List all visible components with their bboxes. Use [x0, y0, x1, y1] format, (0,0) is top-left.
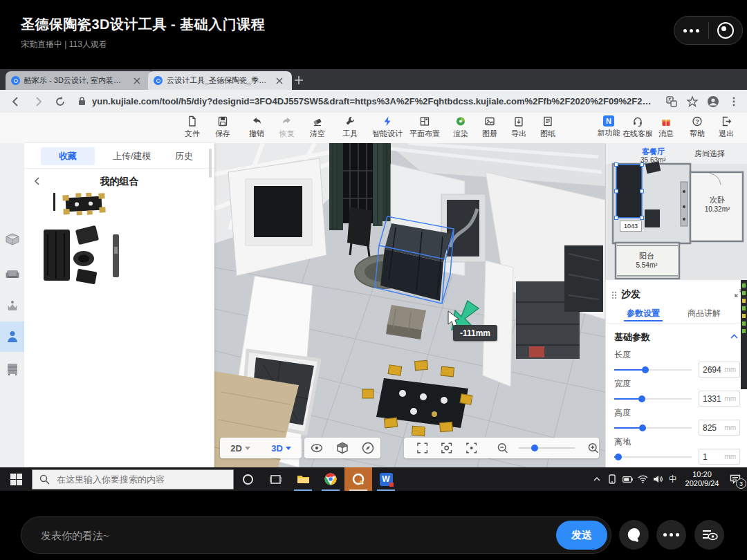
room-label-bedroom[interactable]: 次卧10.32m² — [696, 195, 739, 213]
toolbar-tools[interactable]: 工具 — [329, 115, 371, 139]
more-button[interactable] — [674, 17, 708, 44]
tab-history[interactable]: 历史 — [168, 147, 200, 165]
scene-media-wall[interactable] — [254, 186, 302, 237]
taskbar-search-box[interactable] — [32, 469, 234, 489]
tray-wifi-button[interactable] — [635, 467, 650, 491]
selected-object-title: 沙发 — [621, 288, 640, 301]
task-view-button[interactable] — [261, 467, 289, 491]
chat-more-button[interactable] — [656, 520, 686, 550]
windows-logo-icon — [10, 474, 22, 485]
param-length-input[interactable]: 2694mm — [699, 362, 740, 377]
toolbar-smart-design[interactable]: 智能设计 — [367, 115, 408, 139]
browser-tab-1[interactable]: 酷家乐 - 3D云设计, 室内装修效... — [6, 71, 155, 90]
panel-scrollbar[interactable] — [209, 149, 212, 178]
record-button[interactable] — [709, 17, 743, 44]
tab-upload-modeling[interactable]: 上传/建模 — [106, 147, 158, 165]
kujiale-app-icon — [351, 472, 365, 486]
compass-button[interactable] — [362, 442, 374, 454]
cube-view-button[interactable] — [336, 442, 349, 454]
more-dots-icon — [676, 533, 679, 536]
category-hard-decor[interactable] — [0, 225, 24, 255]
cortana-button[interactable] — [234, 467, 261, 491]
chrome-button[interactable] — [317, 467, 344, 491]
param-height-slider[interactable] — [614, 427, 692, 429]
tray-battery-button[interactable] — [620, 467, 635, 491]
tab-close-icon[interactable] — [133, 77, 140, 84]
thumb-living-set[interactable] — [44, 225, 119, 285]
zoom-slider-thumb[interactable] — [531, 445, 538, 451]
param-width-label: 宽度 — [614, 378, 631, 390]
active-room-label[interactable]: 客餐厅 — [642, 147, 665, 157]
browser-tab-2-active[interactable]: 云设计工具_圣德保陶瓷_季风-保... — [148, 71, 292, 90]
emoji-profile-button[interactable] — [619, 520, 649, 550]
speaker-icon — [653, 475, 663, 483]
ime-indicator[interactable]: 中 — [665, 467, 681, 491]
bookmark-star-icon[interactable] — [686, 95, 699, 108]
category-furniture[interactable] — [0, 258, 24, 288]
zoom-out-button[interactable] — [497, 442, 508, 454]
tab-favorites[interactable]: 收藏 — [41, 147, 95, 165]
param-offground-input[interactable]: 1mm — [699, 449, 740, 465]
tab-parameter-settings[interactable]: 参数设置 — [627, 308, 660, 319]
category-cabinet[interactable] — [0, 354, 24, 384]
floorplan-selected-sofa[interactable] — [615, 163, 644, 220]
tab-close-icon[interactable] — [276, 77, 283, 84]
collapse-chevron-icon[interactable] — [730, 334, 738, 339]
tray-volume-button[interactable] — [650, 467, 665, 491]
thumb-dining-set[interactable] — [62, 193, 106, 216]
scene-coffee-stool[interactable] — [386, 305, 426, 339]
floorplan-minimap[interactable]: 客餐厅 35.63m² 房间选择 1043 4 次卧10.32m² 阳台5.54… — [605, 143, 747, 280]
mode-3d-button[interactable]: 3D — [271, 443, 291, 454]
danmaku-toggle-button[interactable] — [694, 520, 724, 550]
viewport-scrollbar-strip[interactable] — [741, 280, 747, 389]
toolbar-drawings[interactable]: 图纸 — [527, 115, 569, 139]
my-combination-thumbnails[interactable] — [38, 193, 142, 286]
undo-icon — [251, 115, 262, 127]
param-length-slider[interactable] — [614, 369, 692, 371]
3d-viewport-scene[interactable] — [214, 143, 605, 467]
category-people-selected[interactable] — [0, 321, 24, 352]
chrome-icon — [324, 473, 337, 485]
param-width-input[interactable]: 1331mm — [699, 391, 740, 407]
param-width-slider[interactable] — [614, 398, 692, 400]
drag-handle-icon[interactable] — [611, 291, 617, 299]
chat-input-pill[interactable]: 发送 — [21, 516, 611, 554]
tab-product-explain[interactable]: 商品讲解 — [688, 308, 721, 319]
focus-center-button[interactable] — [465, 442, 477, 454]
screenshot-marquee-button[interactable] — [416, 442, 428, 454]
design-toolbar: 文件 保存 撤销 恢复 清空 工具 智能设计 平面布置 渲染 图册 导出 图纸 … — [0, 113, 747, 144]
toolbar-exit[interactable]: 退出 — [706, 115, 747, 139]
ssl-lock-icon — [77, 96, 86, 106]
visibility-eye-button[interactable] — [311, 442, 323, 454]
file-explorer-button[interactable] — [289, 467, 317, 491]
capture-settings-button[interactable] — [441, 442, 452, 454]
start-button[interactable] — [0, 467, 32, 491]
wps-app-button[interactable]: W — [372, 467, 400, 491]
forward-icon[interactable] — [32, 95, 44, 108]
search-input[interactable] — [55, 474, 224, 485]
room-label-balcony[interactable]: 阳台5.54m² — [625, 251, 668, 269]
zoom-slider[interactable] — [519, 447, 575, 449]
new-tab-button[interactable] — [293, 75, 304, 86]
param-offground-slider[interactable] — [614, 456, 692, 458]
url-field[interactable]: yun.kujiale.com/tool/h5/diy?designid=3FO… — [77, 96, 657, 106]
tray-device-button[interactable] — [605, 467, 620, 491]
back-icon[interactable] — [10, 95, 22, 108]
chat-input[interactable] — [39, 529, 556, 542]
browser-menu-kebab-icon[interactable] — [728, 95, 740, 108]
kujiale-app-button[interactable] — [344, 467, 372, 491]
send-button[interactable]: 发送 — [556, 521, 607, 550]
refresh-icon[interactable] — [54, 95, 66, 108]
param-height-input[interactable]: 825mm — [699, 420, 740, 436]
tray-chevron-button[interactable] — [589, 467, 605, 491]
zoom-in-button[interactable] — [587, 442, 599, 454]
profile-avatar-icon[interactable] — [707, 95, 719, 108]
svg-text:?: ? — [695, 118, 699, 125]
translate-icon[interactable] — [665, 95, 678, 108]
room-selector[interactable]: 房间选择 — [694, 149, 725, 159]
notification-center-button[interactable]: 3 — [723, 467, 747, 491]
category-decoration[interactable] — [0, 291, 24, 321]
toolbar-floorplan-layout[interactable]: 平面布置 — [404, 115, 445, 139]
mode-2d-button[interactable]: 2D — [230, 443, 250, 454]
taskbar-clock[interactable]: 10:202020/9/24 — [681, 470, 723, 488]
